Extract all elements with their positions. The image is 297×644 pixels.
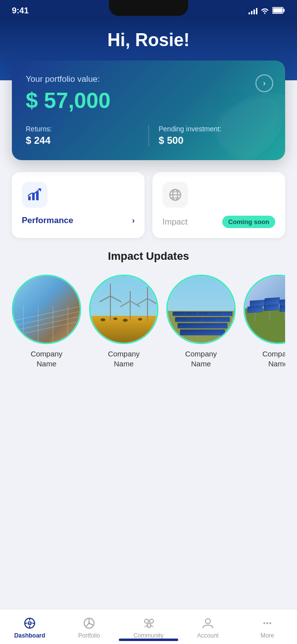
svg-rect-4 [32,193,35,200]
coming-soon-badge: Coming soon [222,216,275,228]
svg-point-35 [113,318,117,320]
svg-marker-64 [280,305,285,312]
account-icon [201,616,215,630]
performance-label: Performance [22,216,73,226]
impact-company-name-3: CompanyName [166,349,236,368]
dashboard-icon: $ [23,616,37,630]
impact-company-name-4: CompanyName [244,349,285,368]
status-icons [248,7,285,15]
impact-icon-bg [162,182,188,208]
svg-rect-11 [13,276,81,344]
account-nav-label: Account [197,632,218,639]
impact-footer: Impact Coming soon [162,216,275,228]
chart-icon [27,187,42,202]
solar-partial-image [245,276,285,344]
solar-image-1 [13,276,81,344]
impact-item[interactable]: CompanyName [244,275,285,368]
performance-card[interactable]: Performance › [12,172,145,238]
impact-circle-3 [166,275,236,344]
portfolio-detail-button[interactable]: › [255,74,273,92]
svg-point-34 [100,318,105,321]
svg-rect-1 [284,9,285,12]
solar-farm-image [168,276,236,344]
svg-point-74 [205,619,210,624]
returns-stat: Returns: $ 244 [26,125,149,146]
community-icon [142,616,155,630]
impact-section: Impact Updates [0,250,297,382]
svg-rect-40 [173,312,232,316]
svg-rect-5 [36,191,39,200]
svg-point-71 [145,619,148,623]
svg-rect-2 [273,8,283,12]
globe-icon [168,187,183,202]
more-icon [260,616,274,630]
portfolio-nav-label: Portfolio [78,632,100,639]
wind-image [91,276,158,344]
svg-point-77 [269,622,271,624]
nav-more[interactable]: More [238,613,297,644]
svg-point-36 [123,319,128,322]
nav-account[interactable]: Account [178,613,238,644]
impact-title: Impact Updates [12,250,285,263]
svg-point-75 [263,622,265,624]
svg-marker-63 [264,304,279,311]
returns-label: Returns: [26,125,139,133]
impact-company-name-2: CompanyName [89,349,158,368]
more-nav-label: More [260,632,274,639]
wifi-icon [260,7,269,15]
performance-footer: Performance › [22,216,135,226]
nav-dashboard[interactable]: $ Dashboard [0,613,59,644]
notch [109,0,188,16]
svg-rect-3 [28,196,31,200]
impact-circle-4 [244,275,285,344]
portfolio-card-wrapper: › Your portfolio value: $ 57,000 Returns… [0,60,297,160]
signal-icon [248,7,257,14]
svg-point-72 [149,619,153,623]
portfolio-card[interactable]: › Your portfolio value: $ 57,000 Returns… [12,60,285,160]
community-nav-label: Community [134,632,164,639]
impact-item[interactable]: CompanyName [12,275,81,368]
impact-company-name-1: CompanyName [12,349,81,368]
performance-chevron: › [132,216,135,225]
svg-rect-42 [178,323,227,328]
svg-text:$: $ [29,621,31,625]
greeting-text: Hi, Rosie! [0,30,297,51]
dashboard-nav-label: Dashboard [14,632,46,639]
impact-card: Impact Coming soon [152,172,285,238]
action-cards: Performance › Impact Coming soon [0,160,297,250]
nav-portfolio[interactable]: Portfolio [59,613,119,644]
home-indicator [119,639,178,641]
svg-marker-62 [248,306,262,313]
impact-scroll[interactable]: CompanyName [12,275,285,372]
portfolio-icon [82,616,96,630]
svg-rect-43 [180,330,225,335]
svg-point-76 [266,622,268,624]
impact-label: Impact [162,217,188,227]
svg-marker-59 [265,297,280,304]
svg-rect-52 [245,308,285,344]
impact-item[interactable]: CompanyName [89,275,158,368]
impact-item[interactable]: CompanyName [166,275,236,368]
svg-marker-58 [250,300,265,307]
svg-point-37 [138,318,142,321]
returns-value: $ 244 [26,135,139,146]
impact-circle-1 [12,275,81,344]
svg-point-70 [88,622,90,624]
impact-circle-2 [89,275,158,344]
performance-icon-bg [22,182,48,208]
svg-marker-60 [280,299,285,306]
status-time: 9:41 [12,6,29,16]
battery-icon [272,7,285,15]
